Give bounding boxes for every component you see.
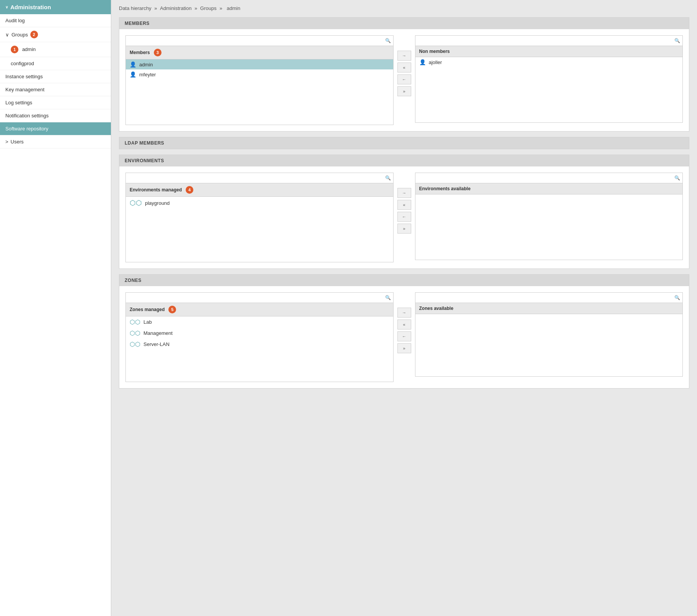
sidebar: ∨ Administration Audit log ∨ Groups 2 1 … xyxy=(0,0,111,616)
breadcrumb-admin: admin xyxy=(227,5,240,11)
env-managed-search-wrap: 🔍 xyxy=(126,173,393,183)
environments-section-body: 🔍 Environments managed 4 ⬡⬡ playground xyxy=(119,166,689,268)
zones-move-left-btn[interactable]: ← xyxy=(397,331,411,341)
env-move-all-left-btn[interactable]: » xyxy=(397,224,411,234)
env-available-header-label: Environments available xyxy=(419,186,471,191)
env-transfer-buttons: → « ← » xyxy=(397,173,411,249)
management-zone-icon: ⬡⬡ xyxy=(130,329,140,337)
non-members-search-input[interactable] xyxy=(418,37,675,44)
sidebar-log-settings-label: Log settings xyxy=(5,100,32,105)
sidebar-item-software-repository[interactable]: Software repository xyxy=(0,122,111,135)
members-transfer-buttons: → « ← » xyxy=(397,35,411,112)
breadcrumb-sep1: » xyxy=(154,5,158,11)
ajoller-user-icon: 👤 xyxy=(419,59,426,65)
members-list-header: Members 3 xyxy=(126,46,393,59)
non-members-list-header: Non members xyxy=(415,46,683,57)
lab-zone-icon: ⬡⬡ xyxy=(130,318,140,326)
sidebar-item-group-admin[interactable]: 1 admin xyxy=(0,42,111,57)
zones-title: ZONES xyxy=(125,278,142,283)
env-step-badge: 4 xyxy=(186,186,193,194)
sidebar-item-instance-settings[interactable]: Instance settings xyxy=(0,70,111,83)
zones-managed-header: Zones managed 5 xyxy=(126,303,393,316)
environments-section-header: ENVIRONMENTS xyxy=(119,155,689,166)
groups-chevron-icon: ∨ xyxy=(5,32,9,38)
zones-managed-search-wrap: 🔍 xyxy=(126,293,393,303)
zones-section: ZONES 🔍 Zones managed 5 xyxy=(119,274,689,389)
members-search-wrap: 🔍 xyxy=(126,36,393,46)
members-move-left-btn[interactable]: ← xyxy=(397,74,411,84)
env-available-header: Environments available xyxy=(415,183,683,194)
zones-move-all-right-btn[interactable]: « xyxy=(397,320,411,329)
env-available-search-wrap: 🔍 xyxy=(415,173,683,183)
member-row-mfeyter[interactable]: 👤 mfeyter xyxy=(126,69,393,79)
zone-row-server-lan[interactable]: ⬡⬡ Server-LAN xyxy=(126,339,393,350)
sidebar-item-key-management[interactable]: Key management xyxy=(0,83,111,96)
sidebar-item-users[interactable]: > Users xyxy=(0,135,111,148)
breadcrumb-sep3: » xyxy=(219,5,224,11)
environments-section: ENVIRONMENTS 🔍 Environments managed 4 xyxy=(119,155,689,269)
sidebar-audit-log-label: Audit log xyxy=(5,18,25,23)
zones-move-all-left-btn[interactable]: » xyxy=(397,343,411,353)
members-search-input[interactable] xyxy=(128,37,385,44)
env-managed-search-input[interactable] xyxy=(128,174,385,182)
mfeyter-user-icon: 👤 xyxy=(130,71,136,77)
env-playground-name: playground xyxy=(145,200,170,206)
zone-lab-name: Lab xyxy=(143,319,152,325)
member-row-admin[interactable]: 👤 admin xyxy=(126,59,393,69)
members-move-right-btn[interactable]: → xyxy=(397,51,411,61)
zones-available-search-wrap: 🔍 xyxy=(415,293,683,303)
members-section-header: MEMBERS xyxy=(119,18,689,29)
members-move-all-left-btn[interactable]: » xyxy=(397,86,411,96)
environments-available-container: 🔍 Environments available xyxy=(415,173,683,260)
non-member-row-ajoller[interactable]: 👤 ajoller xyxy=(415,57,683,67)
zone-server-lan-name: Server-LAN xyxy=(143,341,170,347)
admin-user-icon: 👤 xyxy=(130,61,136,68)
zones-available-container: 🔍 Zones available xyxy=(415,292,683,377)
playground-env-icon: ⬡⬡ xyxy=(130,199,142,207)
zones-managed-search-input[interactable] xyxy=(128,294,385,301)
members-section-body: 🔍 Members 3 👤 admin 👤 xyxy=(119,29,689,131)
members-transfer-widget: 🔍 Members 3 👤 admin 👤 xyxy=(125,35,683,125)
sidebar-groups-label: Groups xyxy=(12,32,28,38)
zones-managed-container: 🔍 Zones managed 5 ⬡⬡ Lab ⬡ xyxy=(125,292,394,382)
zones-available-search-input[interactable] xyxy=(418,294,675,301)
breadcrumb-groups[interactable]: Groups xyxy=(200,5,217,11)
zone-row-management[interactable]: ⬡⬡ Management xyxy=(126,328,393,339)
env-move-left-btn[interactable]: ← xyxy=(397,212,411,222)
environments-transfer-widget: 🔍 Environments managed 4 ⬡⬡ playground xyxy=(125,173,683,262)
sidebar-key-management-label: Key management xyxy=(5,87,44,92)
users-chevron-icon: > xyxy=(5,139,8,145)
sidebar-notification-settings-label: Notification settings xyxy=(5,113,49,119)
sidebar-item-notification-settings[interactable]: Notification settings xyxy=(0,109,111,122)
zones-move-right-btn[interactable]: → xyxy=(397,308,411,318)
zones-managed-search-icon: 🔍 xyxy=(385,295,391,300)
sidebar-item-log-settings[interactable]: Log settings xyxy=(0,96,111,109)
zones-available-header: Zones available xyxy=(415,303,683,314)
breadcrumb: Data hierarchy » Administration » Groups… xyxy=(119,5,689,11)
env-move-all-right-btn[interactable]: « xyxy=(397,200,411,210)
zones-available-rows xyxy=(415,314,683,376)
env-row-playground[interactable]: ⬡⬡ playground xyxy=(126,197,393,209)
breadcrumb-administration[interactable]: Administration xyxy=(160,5,191,11)
zones-available-header-label: Zones available xyxy=(419,306,453,311)
breadcrumb-data-hierarchy[interactable]: Data hierarchy xyxy=(119,5,152,11)
zones-section-body: 🔍 Zones managed 5 ⬡⬡ Lab ⬡ xyxy=(119,286,689,388)
sidebar-item-groups[interactable]: ∨ Groups 2 xyxy=(0,27,111,42)
non-members-search-wrap: 🔍 xyxy=(415,36,683,46)
sidebar-item-group-configprod[interactable]: configprod xyxy=(0,57,111,70)
members-section: MEMBERS 🔍 Members 3 xyxy=(119,17,689,132)
members-step-badge: 3 xyxy=(154,49,161,56)
env-available-search-input[interactable] xyxy=(418,174,675,182)
sidebar-admin-header[interactable]: ∨ Administration xyxy=(0,0,111,14)
ldap-title: LDAP MEMBERS xyxy=(125,140,164,146)
zones-transfer-widget: 🔍 Zones managed 5 ⬡⬡ Lab ⬡ xyxy=(125,292,683,382)
ldap-members-section: LDAP MEMBERS xyxy=(119,137,689,149)
sidebar-software-repository-label: Software repository xyxy=(5,126,48,132)
members-move-all-right-btn[interactable]: « xyxy=(397,63,411,72)
admin-badge: 1 xyxy=(11,46,18,53)
non-members-list-header-label: Non members xyxy=(419,49,450,54)
env-move-right-btn[interactable]: → xyxy=(397,188,411,198)
sidebar-item-audit-log[interactable]: Audit log xyxy=(0,14,111,27)
sidebar-instance-settings-label: Instance settings xyxy=(5,74,43,79)
zone-row-lab[interactable]: ⬡⬡ Lab xyxy=(126,316,393,328)
